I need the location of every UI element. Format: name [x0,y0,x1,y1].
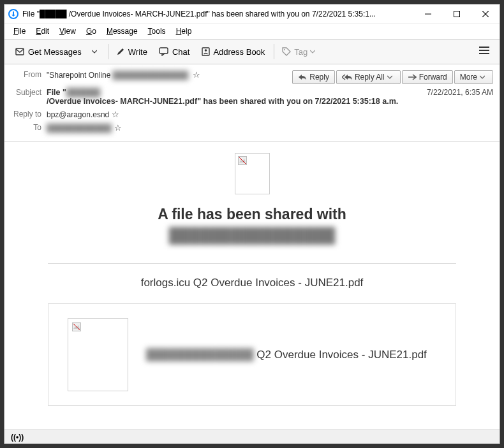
address-book-label: Address Book [213,47,265,57]
reply-all-icon [342,73,352,81]
write-label: Write [128,47,147,57]
write-button[interactable]: Write [111,45,152,59]
address-book-button[interactable]: Address Book [196,45,270,59]
menu-message[interactable]: Message [103,25,142,37]
get-messages-button[interactable]: Get Messages [10,44,87,59]
minimize-button[interactable] [413,4,442,24]
email-sub-heading: forlogs.icu Q2 Overdue Invoices - JUNE21… [48,277,456,289]
more-button[interactable]: More [454,70,493,84]
star-icon[interactable]: ☆ [112,110,119,119]
menubar: File Edit View Go Message Tools Help [4,24,500,39]
menu-edit[interactable]: Edit [32,25,53,37]
from-value: "Sharepoint Online [47,71,110,80]
reply-all-label: Reply All [355,73,385,82]
to-row: To ████████████ ☆ [11,121,493,134]
svg-point-8 [205,49,207,52]
from-label: From [11,70,47,79]
menu-help[interactable]: Help [172,25,196,37]
chevron-down-icon [387,75,392,80]
app-icon [8,9,19,19]
connection-icon: ((•)) [11,433,24,442]
from-redacted: ██████████████ [112,71,188,80]
forward-label: Forward [419,73,447,82]
toolbar-separator [108,44,108,59]
file-name: ██████████████ Q2 Overdue Invoices - JUN… [146,347,427,363]
chevron-down-icon [92,49,97,54]
app-menu-button[interactable] [474,43,494,60]
close-button[interactable] [471,4,500,24]
chat-icon [159,47,169,56]
broken-image-box [235,153,270,194]
titlebar: File "█████ /Overdue Invoices- MARCH-JUN… [4,4,500,24]
svg-rect-2 [454,11,459,17]
chat-button[interactable]: Chat [154,45,195,59]
file-card[interactable]: ██████████████ Q2 Overdue Invoices - JUN… [48,303,456,406]
address-book-icon [201,47,210,56]
divider [48,263,456,264]
message-headers: From "Sharepoint Online ██████████████ ☆… [4,64,500,141]
menu-file[interactable]: File [10,25,29,37]
chevron-down-icon [480,75,485,80]
get-messages-dropdown[interactable] [88,47,104,57]
reply-icon [298,73,307,81]
broken-image-icon [72,322,81,331]
message-body: A file has been shared with ████████████… [4,141,500,430]
tag-label: Tag [294,47,308,57]
download-icon [15,47,25,57]
reply-to-value: bpz@aragon.esnd [47,110,109,119]
menu-go[interactable]: Go [82,25,100,37]
reply-to-row: Reply to bpz@aragon.esnd ☆ [11,108,493,121]
reply-all-button[interactable]: Reply All [336,70,401,84]
svg-point-9 [284,49,285,50]
subject-row: Subject File "██████ /Overdue Invoices- … [11,86,493,108]
broken-image-icon [238,156,247,165]
svg-rect-7 [202,48,209,55]
more-label: More [460,73,477,82]
forward-icon [408,73,417,81]
from-row: From "Sharepoint Online ██████████████ ☆… [11,68,493,86]
star-icon[interactable]: ☆ [114,123,122,133]
reply-label: Reply [309,73,329,82]
toolbar-separator [274,44,274,59]
reply-to-label: Reply to [11,110,47,119]
to-label: To [11,123,47,132]
pencil-icon [116,47,125,56]
hamburger-icon [479,46,489,55]
maximize-button[interactable] [442,4,471,24]
chevron-down-icon [310,49,315,54]
subject-label: Subject [11,88,47,97]
subject-value: File "██████ /Overdue Invoices- MARCH-JU… [47,88,422,106]
svg-rect-5 [16,48,24,55]
to-redacted: ████████████ [47,124,112,133]
tag-icon [282,47,291,56]
statusbar: ((•)) [4,430,500,444]
svg-rect-6 [159,48,168,54]
message-date: 7/22/2021, 6:35 AM [422,88,493,97]
toolbar: Get Messages Write Chat Address Book Tag [4,39,500,64]
menu-tools[interactable]: Tools [144,25,170,37]
menu-view[interactable]: View [56,25,80,37]
email-heading-redacted: ████████████████ [48,227,456,244]
chat-label: Chat [172,47,189,57]
file-thumbnail [68,318,128,391]
reply-button[interactable]: Reply [292,70,335,84]
window-title: File "█████ /Overdue Invoices- MARCH-JUN… [22,10,413,18]
get-messages-label: Get Messages [28,47,82,57]
email-heading: A file has been shared with [48,206,456,223]
tag-button[interactable]: Tag [277,45,323,59]
forward-button[interactable]: Forward [402,70,453,84]
star-icon[interactable]: ☆ [193,70,200,80]
